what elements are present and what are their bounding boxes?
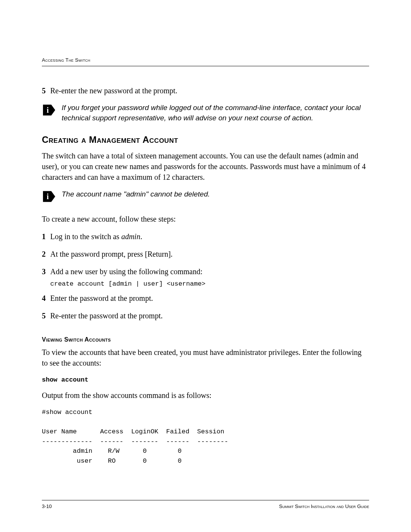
page: Accessing The Switch 5 Re-enter the new … [0,0,411,532]
body-paragraph: To create a new account, follow these st… [42,214,369,224]
text-fragment: . [140,232,142,241]
code-output: #show account User Name Access LoginOK F… [42,407,369,466]
info-icon: i [42,190,56,203]
step-number: 1 [42,231,50,242]
info-icon: i [42,104,56,117]
step-text: Enter the password at the prompt. [50,293,369,304]
page-footer: 3-10 Summit Switch Installation and User… [42,500,369,509]
note-text: The account name "admin" cannot be delet… [62,189,369,200]
list-item: 5 Re-enter the password at the prompt. [42,310,369,321]
step-number: 4 [42,293,50,304]
step-number: 2 [42,249,50,259]
info-note: i If you forget your password while logg… [42,103,369,123]
svg-text:i: i [46,192,49,201]
step-text: Re-enter the password at the prompt. [50,310,369,321]
body-paragraph: To view the accounts that have been crea… [42,347,369,368]
step-text: At the password prompt, press [Return]. [50,249,369,259]
step-text: Log in to the switch as admin. [50,231,369,242]
step-number: 3 [42,266,50,277]
footer-rule [42,500,369,500]
svg-text:i: i [46,105,49,114]
list-item: 2 At the password prompt, press [Return]… [42,249,369,259]
text-fragment: Log in to the switch as [50,232,121,241]
footer-title: Summit Switch Installation and User Guid… [279,503,369,509]
step-number: 5 [42,85,50,96]
code-line: create account [admin | user] <username> [50,279,369,289]
header-rule [42,66,369,66]
note-text: If you forget your password while logged… [62,103,369,123]
step-text: Add a new user by using the following co… [50,266,369,277]
step-text: Re-enter the new password at the prompt. [50,85,369,96]
body-paragraph: The switch can have a total of sixteen m… [42,150,369,182]
emphasis: admin [121,232,140,241]
section-heading: Creating a Management Account [42,134,369,145]
step-number: 5 [42,310,50,321]
body-paragraph: Output from the show accounts command is… [42,390,369,401]
page-number: 3-10 [42,503,52,509]
subsection-heading: Viewing Switch Accounts [42,336,369,343]
code-line: show account [42,375,369,385]
running-header: Accessing The Switch [42,57,369,63]
list-item: 5 Re-enter the new password at the promp… [42,85,369,96]
list-item: 3 Add a new user by using the following … [42,266,369,277]
info-note: i The account name "admin" cannot be del… [42,189,369,203]
list-item: 4 Enter the password at the prompt. [42,293,369,304]
list-item: 1 Log in to the switch as admin. [42,231,369,242]
